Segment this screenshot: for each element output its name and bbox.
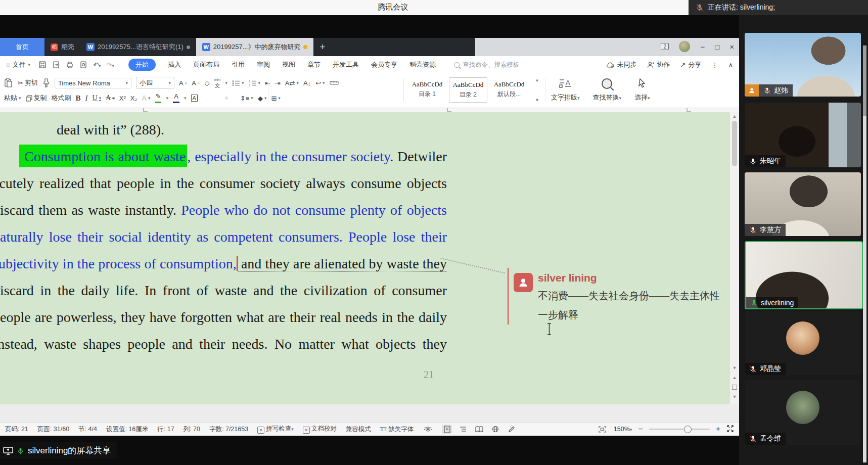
text-layout-button[interactable]: A 文字排版▾ [551, 76, 580, 102]
ribbon-tab-会员专享[interactable]: 会员专享 [371, 60, 397, 69]
save-icon[interactable] [38, 61, 47, 69]
find-replace-button[interactable]: 查找替换▾ [593, 76, 622, 102]
font-size-select[interactable]: 小四▾ [136, 77, 174, 89]
fullscreen-icon[interactable] [726, 425, 734, 434]
statusbar-item[interactable]: 页面: 31/60 [37, 425, 69, 434]
web-view-icon[interactable] [490, 425, 500, 434]
document-scrollbar[interactable]: ▲ ▼ ▲ ▼ [730, 112, 739, 404]
scroll-up-icon[interactable]: ▲ [733, 114, 737, 119]
page-view-icon[interactable] [442, 425, 452, 434]
statusbar-item[interactable]: 行: 17 [157, 425, 174, 434]
participant-tile-赵炜[interactable]: 赵炜 [745, 33, 861, 97]
font-name-select[interactable]: Times New Roma▾ [55, 78, 131, 88]
share-button[interactable]: ↗ 分享 [680, 60, 702, 69]
tab-home[interactable]: 首页 [0, 38, 44, 56]
document-line[interactable]: naturally lose their social identity as … [0, 223, 447, 250]
underline-button[interactable]: U▾ [93, 94, 102, 102]
compat-mode-label[interactable]: 兼容模式 [346, 425, 371, 434]
sidebar-scrollbar-thumb[interactable] [863, 45, 866, 116]
document-line[interactable]: Consumption is about waste, especially i… [0, 143, 447, 170]
read-mode-icon[interactable] [474, 425, 484, 434]
sidebar-scrollbar[interactable] [863, 45, 866, 462]
doc-proof-toggle[interactable]: ✕文档校对 [303, 425, 337, 434]
document-line[interactable]: acutely realized that people in the cons… [0, 170, 447, 197]
ribbon-tab-审阅[interactable]: 审阅 [257, 60, 270, 69]
format-painter-icon[interactable] [42, 78, 50, 88]
ribbon-tab-插入[interactable]: 插入 [168, 60, 181, 69]
align-left-button[interactable] [202, 97, 205, 100]
superscript-button[interactable]: X² [119, 95, 126, 102]
outline-view-icon[interactable] [458, 425, 468, 434]
document-text[interactable]: deal with it” (288).Consumption is about… [0, 116, 447, 357]
pinyin-guide-button[interactable]: wén文 [214, 78, 221, 88]
window-count-badge[interactable]: 2 [661, 43, 669, 50]
next-page-icon[interactable]: ▼ [733, 394, 737, 399]
statusbar-item[interactable]: 节: 4/4 [78, 425, 97, 434]
align-center-button[interactable] [210, 97, 213, 100]
restore-button[interactable]: □ [715, 43, 719, 51]
comment-avatar[interactable] [514, 273, 533, 292]
document-line[interactable]: Instead, waste shapes people and their n… [0, 331, 447, 357]
style-gallery-scroll[interactable]: ▲▼ [535, 77, 539, 103]
sort-button[interactable]: A↓ [303, 79, 311, 87]
spell-check-toggle[interactable]: ✕拼写检查▾ [257, 425, 294, 434]
zoom-level[interactable]: 150%▾ [614, 426, 632, 433]
borders-button[interactable]: ⊞▾ [271, 95, 280, 102]
participant-tile-孟令维[interactable]: 孟令维 [745, 380, 861, 445]
document-line[interactable]: subjectivity in the process of consumpti… [0, 250, 447, 277]
collapse-ribbon-icon[interactable]: ∧ [728, 61, 733, 69]
file-menu[interactable]: ≡ 文件 ▾ [6, 60, 30, 69]
redo-button[interactable]: ↷▾ [107, 61, 114, 69]
style-preset[interactable]: AaBbCcDd目录 1 [408, 77, 446, 102]
statusbar-item[interactable]: 字数: 7/21653 [209, 425, 248, 434]
bullet-list-button[interactable]: ▾ [232, 80, 244, 86]
char-border-button[interactable]: A [191, 95, 198, 102]
strikethrough-button[interactable]: A▾ [106, 94, 115, 102]
style-preset[interactable]: AaBbCcDd默认段... [490, 77, 528, 102]
increase-font-button[interactable]: A+ [179, 79, 187, 87]
ribbon-tab-开发工具[interactable]: 开发工具 [333, 60, 359, 69]
decrease-font-button[interactable]: A− [192, 79, 200, 87]
more-menu-icon[interactable]: ⋮ [711, 61, 718, 69]
eye-protect-icon[interactable] [423, 425, 433, 434]
participant-tile-朱昭年[interactable]: 朱昭年 [745, 103, 861, 167]
statusbar-item[interactable]: 列: 70 [184, 425, 200, 434]
italic-button[interactable]: I [85, 94, 88, 103]
cut-button[interactable]: ✂剪切 [18, 78, 38, 87]
participant-tile-silverlining[interactable]: silverlining [745, 241, 863, 309]
statusbar-item[interactable]: 页码: 21 [5, 425, 28, 434]
align-right-button[interactable] [217, 97, 220, 100]
command-search[interactable]: 查找命令、搜索模板 [454, 61, 520, 69]
tab-docer[interactable]: 稻 稻壳 [44, 38, 80, 56]
paste-icon[interactable] [4, 78, 13, 88]
ruler-icon[interactable] [330, 80, 339, 85]
comment-text-line1[interactable]: 不消费——失去社会身份——失去主体性 [538, 289, 720, 303]
ink-pen-icon[interactable] [507, 425, 517, 434]
zoom-out-button[interactable]: − [638, 425, 643, 434]
document-line[interactable]: people are powerless, they have forgotte… [0, 304, 447, 331]
shading-button[interactable]: ◆▾ [258, 95, 267, 102]
align-justify-button[interactable] [225, 97, 228, 100]
tab-document-2-active[interactable]: W 20199257...》中的废弃物研究 [196, 38, 314, 56]
paste-button[interactable]: 粘贴▾ [4, 94, 21, 103]
line-spacing-button[interactable]: ⇕≡▾ [240, 95, 253, 102]
account-avatar[interactable] [679, 41, 690, 52]
bold-button[interactable]: B [76, 94, 81, 103]
subscript-button[interactable]: X₂ [130, 95, 138, 102]
text-effects-button[interactable]: A▾ [142, 94, 151, 102]
export-icon[interactable] [52, 61, 60, 69]
ribbon-tab-稻壳资源[interactable]: 稻壳资源 [409, 60, 436, 69]
zoom-slider-handle[interactable] [684, 426, 692, 433]
new-tab-button[interactable]: + [313, 41, 331, 53]
close-button[interactable]: × [729, 43, 734, 51]
char-scale-button[interactable]: A⇄▾ [285, 79, 299, 87]
select-button[interactable]: 选择▾ [634, 76, 650, 102]
zoom-in-button[interactable]: + [716, 425, 720, 434]
style-preset[interactable]: AaBbCcDd目录 2 [449, 77, 487, 103]
minimize-button[interactable]: − [700, 43, 705, 51]
ribbon-tab-引用[interactable]: 引用 [232, 60, 245, 69]
browse-object-icon[interactable] [732, 385, 737, 390]
ribbon-tab-视图[interactable]: 视图 [282, 60, 295, 69]
zoom-slider[interactable] [649, 429, 710, 430]
document-line[interactable]: deal with it” (288). [0, 116, 447, 143]
